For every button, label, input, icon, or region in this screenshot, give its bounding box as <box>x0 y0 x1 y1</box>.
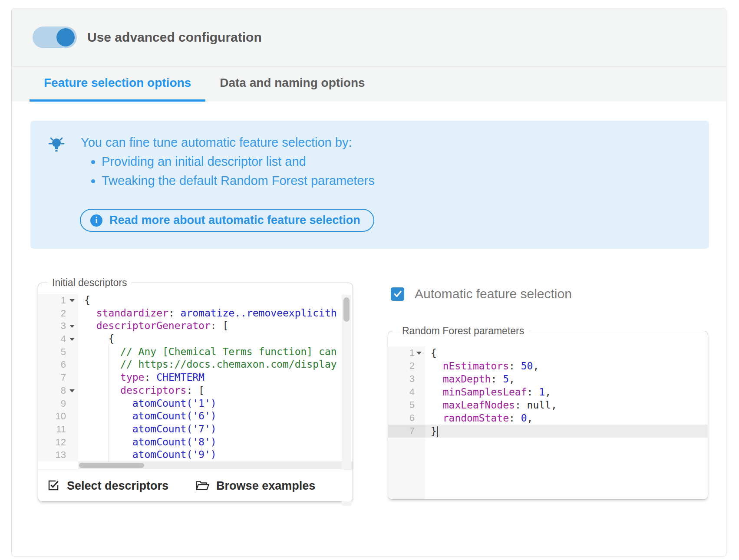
line-number: 2 <box>388 359 425 372</box>
line-number: 13 <box>38 448 78 461</box>
fold-arrow-icon[interactable] <box>69 338 75 341</box>
line-number: 1 <box>388 346 425 359</box>
indent-guide <box>108 346 109 462</box>
code-text: atomCount('6') <box>78 410 353 423</box>
code-text: { <box>78 333 353 346</box>
vertical-scrollbar-thumb[interactable] <box>343 297 350 322</box>
initial-descriptors-code-editor[interactable]: 1{2 standardizer: aromatize..removeexpli… <box>38 294 353 481</box>
info-heading: You can fine tune automatic feature sele… <box>81 135 375 150</box>
code-text: maxDepth: 5, <box>425 372 708 385</box>
tab-bar: Feature selection options Data and namin… <box>12 66 726 102</box>
code-line: 11 atomCount('7') <box>38 423 353 436</box>
fold-arrow-icon[interactable] <box>69 389 75 392</box>
code-line: 5 // Any [Chemical Terms function] can <box>38 346 353 359</box>
random-forest-parameters-fieldset: Random Forest parameters 1{2 nEstimators… <box>388 325 708 500</box>
horizontal-scrollbar-thumb[interactable] <box>79 463 144 468</box>
line-number: 7 <box>38 371 78 384</box>
automatic-feature-selection-checkbox[interactable] <box>391 287 404 301</box>
fold-arrow-icon[interactable] <box>69 299 75 302</box>
line-number: 10 <box>38 410 78 423</box>
select-descriptors-button[interactable]: Select descriptors <box>47 479 168 493</box>
toggle-knob-icon <box>56 28 75 46</box>
configuration-card: Use advanced configuration Feature selec… <box>11 8 726 557</box>
line-number: 4 <box>38 333 78 346</box>
read-more-button[interactable]: i Read more about automatic feature sele… <box>80 209 374 232</box>
code-text: atomCount('7') <box>78 423 353 436</box>
code-line: 6 // https://docs.chemaxon.com/display <box>38 358 353 371</box>
line-number: 1 <box>38 294 78 307</box>
line-number: 7 <box>388 425 425 438</box>
code-text: } <box>425 425 708 438</box>
select-descriptors-icon <box>47 479 60 493</box>
code-line: 8 descriptors: [ <box>38 384 353 397</box>
line-number: 9 <box>38 397 78 410</box>
info-bullet: Providing an initial descriptor list and <box>102 154 375 169</box>
info-bullet-list: Providing an initial descriptor list and… <box>81 154 375 188</box>
code-line: 6 randomState: 0, <box>388 412 708 425</box>
tab-feature-selection-options[interactable]: Feature selection options <box>30 66 205 102</box>
code-text: maxLeafNodes: null, <box>425 399 708 412</box>
random-forest-parameters-legend: Random Forest parameters <box>398 325 528 337</box>
automatic-feature-selection-label: Automatic feature selection <box>415 287 572 301</box>
code-text: randomState: 0, <box>425 412 708 425</box>
code-text: { <box>78 294 353 307</box>
code-text: atomCount('9') <box>78 448 353 461</box>
gutter-fill <box>388 438 425 499</box>
line-number: 5 <box>388 399 425 412</box>
line-number: 6 <box>38 358 78 371</box>
code-line: 9 atomCount('1') <box>38 397 353 410</box>
line-number: 8 <box>38 384 78 397</box>
code-lines: 1{2 standardizer: aromatize..removeexpli… <box>38 294 353 461</box>
browse-examples-button[interactable]: Browse examples <box>195 479 315 493</box>
advanced-configuration-panel: Use advanced configuration Feature selec… <box>0 0 739 560</box>
editor-actions-bar: Select descriptors Browse examples <box>38 470 353 501</box>
tab-data-and-naming-options[interactable]: Data and naming options <box>205 66 379 102</box>
line-number: 12 <box>38 436 78 449</box>
code-text: atomCount('1') <box>78 397 353 410</box>
line-number: 5 <box>38 346 78 359</box>
code-text: atomCount('8') <box>78 436 353 449</box>
random-forest-code-editor[interactable]: 1{2 nEstimators: 50,3 maxDepth: 5,4 minS… <box>388 346 708 438</box>
code-text: minSamplesLeaf: 1, <box>425 385 708 399</box>
code-line: 12 atomCount('8') <box>38 436 353 449</box>
hint-info-box: You can fine tune automatic feature sele… <box>30 121 709 249</box>
line-number: 2 <box>38 307 78 320</box>
code-lines: 1{2 nEstimators: 50,3 maxDepth: 5,4 minS… <box>388 346 708 438</box>
code-text: standardizer: aromatize..removeexplicith <box>78 307 353 320</box>
tab-label: Feature selection options <box>44 76 191 90</box>
browse-examples-label: Browse examples <box>216 479 315 493</box>
code-line: 5 maxLeafNodes: null, <box>388 399 708 412</box>
initial-descriptors-fieldset: Initial descriptors 1{2 standardizer: ar… <box>38 277 353 502</box>
text-cursor <box>437 426 438 437</box>
code-line: 10 atomCount('6') <box>38 410 353 423</box>
code-line: 2 standardizer: aromatize..removeexplici… <box>38 307 353 320</box>
info-bullet: Tweaking the default Random Forest param… <box>102 173 375 188</box>
code-line: 4 { <box>38 333 353 346</box>
code-text: nEstimators: 50, <box>425 359 708 372</box>
advanced-configuration-toggle[interactable] <box>33 26 77 48</box>
line-number: 4 <box>388 385 425 399</box>
browse-examples-icon <box>195 479 209 493</box>
check-icon <box>393 289 402 299</box>
fold-arrow-icon[interactable] <box>69 325 75 328</box>
code-text: descriptorGenerator: [ <box>78 320 353 333</box>
code-line: 2 nEstimators: 50, <box>388 359 708 372</box>
line-number: 3 <box>388 372 425 385</box>
code-text: // Any [Chemical Terms function] can <box>78 346 353 359</box>
code-line: 3 descriptorGenerator: [ <box>38 320 353 333</box>
line-number: 3 <box>38 320 78 333</box>
toggle-label: Use advanced configuration <box>87 30 262 45</box>
horizontal-scrollbar[interactable] <box>78 461 353 469</box>
code-line: 1{ <box>388 346 708 359</box>
code-line: 7 type: CHEMTERM <box>38 371 353 384</box>
fold-arrow-icon[interactable] <box>416 352 422 355</box>
select-descriptors-label: Select descriptors <box>67 479 168 493</box>
code-line: 4 minSamplesLeaf: 1, <box>388 385 708 399</box>
code-line: 7} <box>388 425 708 438</box>
initial-descriptors-legend: Initial descriptors <box>48 277 132 289</box>
code-text: type: CHEMTERM <box>78 371 353 384</box>
card-header: Use advanced configuration <box>12 8 726 66</box>
line-number: 6 <box>388 412 425 425</box>
code-text: descriptors: [ <box>78 384 353 397</box>
code-text: // https://docs.chemaxon.com/display <box>78 358 353 371</box>
